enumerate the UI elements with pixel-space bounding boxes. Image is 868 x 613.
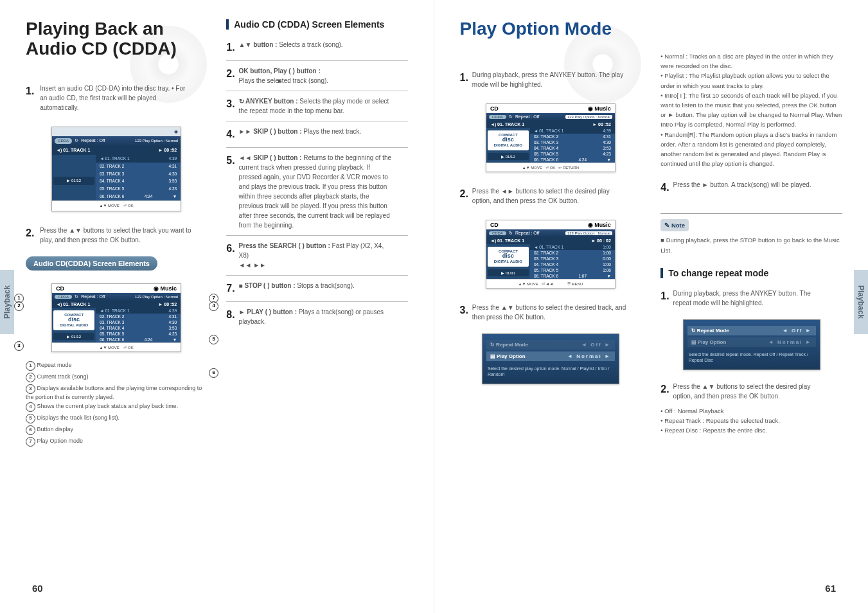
element-8: 8.► PLAY ( ) button : Plays a track(song… [226, 302, 407, 332]
play-opt-step-1: 1.During playback, press the ANYKEY butt… [460, 65, 642, 94]
cd-screen-mockup-annotated: CDMusic CDDA ↻ Repeat : Off 123 Play Opt… [51, 283, 181, 352]
screen-elements-heading: Audio CD (CDDA) Screen Elements [226, 19, 407, 30]
repeat-hints: • Off : Normal Playback • Repeat Track :… [660, 406, 842, 436]
element-4: 4.►► SKIP ( ) button : Plays the next tr… [226, 121, 407, 148]
step-1-num: 1. [26, 84, 34, 99]
playback-tab-left: Playback [0, 270, 14, 334]
cd-screen-mockup-3: CDMusic CDDA ↻ Repeat : Off 123 Play Opt… [486, 220, 616, 289]
element-1: 1.▲▼ button : Selects a track (song). [226, 35, 407, 61]
cd-screen-mockup-1: ◉ CDDA ↻ Repeat : Off 123 Play Option : … [51, 127, 181, 211]
page-number-left: 60 [32, 583, 43, 594]
play-opt-step-3: 3.Press the ▲▼ buttons to select the des… [460, 298, 642, 327]
section-title-audio-cd: Playing Back an Audio CD (CDDA) [26, 19, 207, 59]
repeat-step-1: 1.During playback, press the ANYKEY butt… [660, 283, 842, 313]
section-title-play-option: Play Option Mode [460, 19, 642, 39]
page-number-right: 61 [825, 583, 836, 594]
element-7: 7.■ STOP ( ) button : Stops a track(song… [226, 276, 407, 302]
step-2-num: 2. [26, 226, 34, 241]
element-6: 6.Press the SEARCH ( ) button : Fast Pla… [226, 236, 407, 276]
playback-tab-right: Playback [854, 270, 868, 334]
element-5: 5.◄◄ SKIP ( ) button : Returns to the be… [226, 148, 407, 236]
cd-screen-mockup-2: CDMusic CDDA ↻ Repeat : Off 123 Play Opt… [486, 103, 616, 172]
play-opt-step-4: 4.Press the ► button. A track(song) will… [660, 175, 842, 200]
repeat-step-2: 2.Press the ▲▼ buttons to select the des… [660, 377, 842, 406]
note-block: Note ■ During playback, press the STOP b… [660, 213, 842, 255]
anno-legend: 1 Repeat mode 2 Current track (song) 3 D… [26, 361, 207, 447]
repeat-option-popup: ↻ Repeat Mode◄ Off ► ▤ Play Option◄ Norm… [683, 319, 820, 370]
play-opt-step-2: 2.Press the ◄► buttons to select the des… [460, 181, 642, 211]
play-option-hints: • Normal : Tracks on a disc are played i… [660, 51, 842, 168]
step-1-text: Insert an audio CD (CD-DA) into the disc… [40, 84, 194, 112]
repeat-mode-heading: To change repeat mode [660, 268, 842, 278]
element-3: 3.↻ ANYKEY button : Selects the play mod… [226, 91, 407, 121]
anno-heading: Audio CD(CDDA) Screen Elements [26, 256, 157, 271]
step-2-text: Press the ▲▼ buttons to select the track… [40, 226, 194, 245]
element-2: 2.OK button, Play ( ) button :Plays the … [226, 61, 407, 91]
play-option-popup: ↻ Repeat Mode◄ Off ► ▤ Play Option◄ Norm… [482, 333, 619, 384]
